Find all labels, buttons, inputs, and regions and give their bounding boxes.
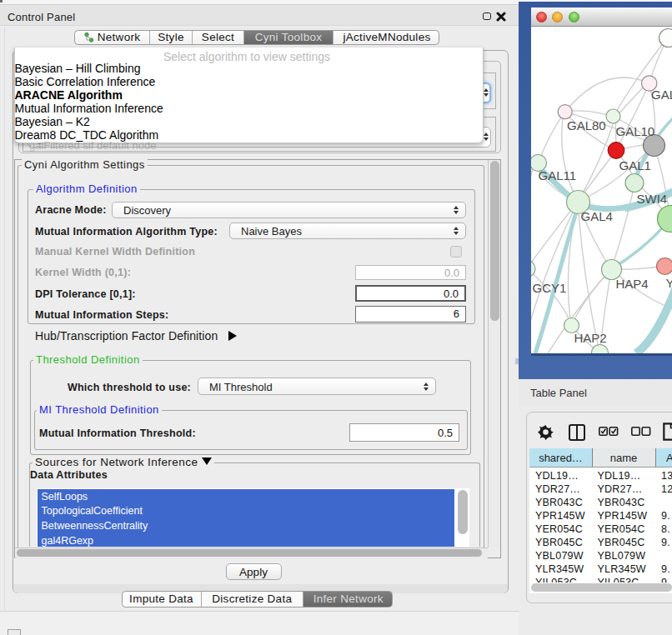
- svg-text:SWI4: SWI4: [636, 192, 667, 206]
- svg-text:GAL7: GAL7: [651, 88, 672, 102]
- svg-text:GAL10: GAL10: [615, 124, 654, 138]
- svg-text:GAL80: GAL80: [567, 118, 606, 132]
- svg-text:GCY1: GCY1: [532, 281, 566, 295]
- svg-text:GAL11: GAL11: [538, 168, 576, 182]
- svg-text:HAP4: HAP4: [615, 277, 648, 291]
- svg-text:Y: Y: [665, 276, 672, 290]
- svg-text:GAL1: GAL1: [619, 158, 650, 172]
- svg-text:GAL4: GAL4: [580, 209, 612, 223]
- svg-text:HAP2: HAP2: [574, 331, 606, 345]
